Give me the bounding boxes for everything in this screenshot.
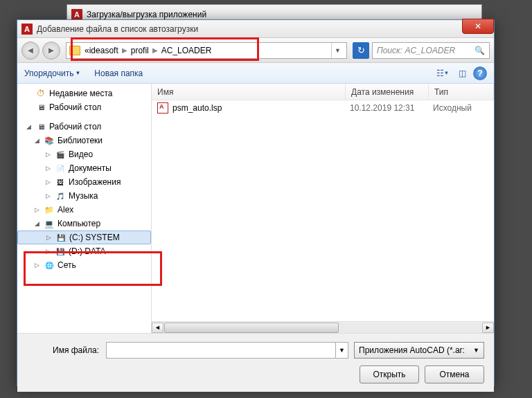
sidebar-item-documents[interactable]: ▷Документы (17, 161, 151, 175)
file-list-area: Имя Дата изменения Тип psm_auto.lsp 10.1… (152, 84, 494, 333)
libraries-icon (44, 135, 55, 146)
organize-menu[interactable]: Упорядочить ▼ (24, 69, 80, 78)
sidebar-item-network[interactable]: ▷Сеть (17, 258, 151, 272)
new-folder-button[interactable]: Новая папка (94, 69, 143, 78)
breadcrumb-part[interactable]: ideasoft (89, 46, 118, 55)
horizontal-scrollbar[interactable]: ◄ ► (152, 321, 494, 333)
sidebar-item-drive-c[interactable]: ▷(C:) SYSTEM (17, 230, 151, 244)
breadcrumb[interactable]: « ideasoft ▶ profil ▶ AC_LOADER ▼ (66, 42, 347, 59)
recent-icon (35, 88, 46, 99)
sidebar-item-desktop-fav[interactable]: Рабочий стол (17, 100, 151, 114)
column-name[interactable]: Имя (152, 84, 346, 100)
dialog-footer: Имя файла: ▼ Приложения AutoCAD (*.ar:▼ … (17, 333, 494, 392)
computer-icon (44, 218, 55, 229)
toolbar: Упорядочить ▼ Новая папка ☷ ▼ ◫ ? (17, 63, 494, 84)
search-icon: 🔍 (475, 46, 485, 55)
cancel-button[interactable]: Отмена (425, 365, 484, 383)
navigation-bar: ◄ ► « ideasoft ▶ profil ▶ AC_LOADER ▼ ↻ … (17, 38, 494, 63)
lsp-file-icon (157, 102, 168, 114)
sidebar-item-desktop[interactable]: ◢Рабочий стол (17, 120, 151, 134)
scroll-thumb[interactable] (164, 323, 339, 333)
file-type-filter[interactable]: Приложения AutoCAD (*.ar:▼ (354, 342, 484, 359)
column-type[interactable]: Тип (429, 84, 494, 100)
file-row[interactable]: psm_auto.lsp 10.12.2019 12:31 Исходный (152, 100, 494, 116)
network-icon (44, 260, 55, 271)
user-folder-icon (44, 204, 55, 215)
filename-label: Имя файла: (27, 345, 99, 355)
help-button[interactable]: ? (473, 66, 487, 80)
forward-button[interactable]: ► (42, 42, 60, 60)
drive-icon (55, 246, 66, 257)
sidebar-item-drive-d[interactable]: ▷(D:) DATA (17, 244, 151, 258)
view-mode-button[interactable]: ☷ ▼ (434, 66, 451, 81)
sidebar-item-images[interactable]: ▷Изображения (17, 175, 151, 189)
column-date[interactable]: Дата изменения (346, 84, 429, 100)
file-date: 10.12.2019 12:31 (350, 103, 433, 113)
search-input[interactable]: Поиск: AC_LOADER 🔍 (372, 42, 490, 59)
refresh-button[interactable]: ↻ (353, 42, 369, 59)
bg-title: Загрузка/выгрузка приложений (87, 10, 206, 19)
images-icon (55, 177, 66, 188)
breadcrumb-part[interactable]: AC_LOADER (161, 46, 212, 55)
filename-dropdown[interactable]: ▼ (336, 342, 348, 359)
breadcrumb-dropdown[interactable]: ▼ (331, 43, 344, 58)
column-headers: Имя Дата изменения Тип (152, 84, 494, 100)
sidebar-item-libraries[interactable]: ◢Библиотеки (17, 134, 151, 147)
desktop-icon (35, 102, 46, 113)
dialog-titlebar[interactable]: A Добавление файла в список автозагрузки… (17, 20, 494, 38)
music-icon (55, 190, 66, 201)
drive-icon (55, 232, 66, 243)
file-open-dialog: A Добавление файла в список автозагрузки… (17, 19, 495, 386)
scroll-right-button[interactable]: ► (482, 323, 494, 333)
close-button[interactable]: ✕ (462, 19, 494, 34)
desktop-icon (35, 121, 46, 132)
app-icon: A (21, 24, 33, 35)
sidebar-item-user[interactable]: ▷Alex (17, 203, 151, 217)
scroll-track[interactable] (164, 323, 481, 333)
file-type: Исходный (433, 103, 472, 113)
chevron-icon: ▶ (152, 46, 158, 54)
file-list[interactable]: psm_auto.lsp 10.12.2019 12:31 Исходный (152, 100, 494, 321)
video-icon (55, 149, 66, 160)
filename-input[interactable] (106, 342, 336, 359)
sidebar-item-video[interactable]: ▷Видео (17, 147, 151, 161)
sidebar-item-recent[interactable]: Недавние места (17, 87, 151, 100)
chevron-icon: ▶ (122, 46, 127, 54)
scroll-left-button[interactable]: ◄ (152, 323, 163, 333)
app-icon: A (71, 9, 82, 20)
sidebar-item-music[interactable]: ▷Музыка (17, 189, 151, 203)
back-button[interactable]: ◄ (21, 42, 39, 60)
preview-pane-button[interactable]: ◫ (454, 66, 470, 81)
sidebar-item-computer[interactable]: ◢Компьютер (17, 217, 151, 230)
dialog-title: Добавление файла в список автозагрузки (37, 24, 198, 34)
sidebar-tree[interactable]: Недавние места Рабочий стол ◢Рабочий сто… (17, 84, 152, 333)
documents-icon (55, 163, 66, 174)
folder-icon (69, 46, 80, 55)
open-button[interactable]: Открыть (360, 365, 419, 383)
breadcrumb-part[interactable]: profil (131, 46, 149, 55)
file-name: psm_auto.lsp (172, 103, 350, 113)
